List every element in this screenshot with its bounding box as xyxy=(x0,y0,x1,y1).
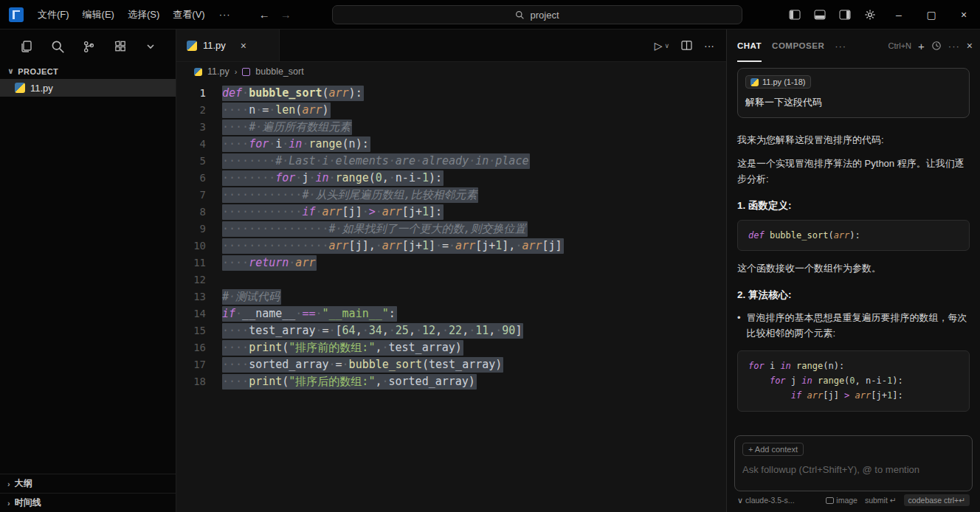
add-context-button[interactable]: + Add context xyxy=(742,443,804,456)
explorer-sidebar: ∨ PROJECT 11.py › 大纲 › 时间线 xyxy=(0,30,176,512)
tab-close-icon[interactable]: × xyxy=(241,40,246,52)
chat-input-placeholder: Ask followup (Ctrl+Shift+Y), @ to mentio… xyxy=(742,464,965,475)
code-line[interactable]: 16····print("排序前的数组:",·test_array) xyxy=(176,339,726,356)
new-chat-icon[interactable]: + xyxy=(918,40,925,52)
code-line[interactable]: 4····for·i·in·range(n): xyxy=(176,136,726,153)
toggle-secondary-sidebar-icon[interactable] xyxy=(832,4,858,25)
code-line[interactable]: 6········for·j·in·range(0,·n-i-1): xyxy=(176,170,726,187)
line-number: 1 xyxy=(176,85,222,102)
line-number: 2 xyxy=(176,102,222,119)
code-line[interactable]: 18····print("排序后的数组:",·sorted_array) xyxy=(176,373,726,390)
user-message[interactable]: 11.py (1-18) 解释一下这段代码 xyxy=(737,68,970,118)
close-button[interactable]: × xyxy=(948,0,980,30)
chevron-right-icon: › xyxy=(235,67,238,76)
code-line[interactable]: 7············#·从头到尾遍历数组,比较相邻元素 xyxy=(176,187,726,204)
forward-icon[interactable]: → xyxy=(280,8,291,21)
chat-tabs-overflow-icon[interactable]: ··· xyxy=(835,41,846,52)
menu-selection[interactable]: 选择(S) xyxy=(121,4,166,25)
breadcrumb-symbol[interactable]: bubble_sort xyxy=(255,66,303,77)
image-icon xyxy=(826,497,834,504)
timeline-section[interactable]: › 时间线 xyxy=(0,493,176,512)
enter-icon: ↵ xyxy=(890,496,897,505)
run-icon: ▷ xyxy=(655,40,663,52)
toggle-panel-icon[interactable] xyxy=(807,4,832,25)
chevron-right-icon: › xyxy=(7,480,10,488)
file-item-11py[interactable]: 11.py xyxy=(0,79,176,97)
code-line[interactable]: 17····sorted_array·=·bubble_sort(test_ar… xyxy=(176,356,726,373)
extensions-icon[interactable] xyxy=(114,40,128,54)
timeline-label: 时间线 xyxy=(15,497,41,509)
split-editor-icon[interactable] xyxy=(681,41,692,50)
menu-overflow[interactable]: ··· xyxy=(212,9,238,20)
menu-file[interactable]: 文件(F) xyxy=(31,4,76,25)
code-line[interactable]: 1def·bubble_sort(arr): xyxy=(176,85,726,102)
chat-input-box[interactable]: + Add context Ask followup (Ctrl+Shift+Y… xyxy=(734,435,973,491)
line-number: 9 xyxy=(176,221,222,238)
code-line[interactable]: 12 xyxy=(176,271,726,288)
maximize-button[interactable]: ▢ xyxy=(915,0,948,30)
code-line[interactable]: 5········#·Last·i·elements·are·already·i… xyxy=(176,153,726,170)
chat-panel: CHAT COMPOSER ··· Ctrl+N + ··· × xyxy=(726,30,980,512)
chat-heading: 2. 算法核心: xyxy=(737,288,970,302)
tab-11py[interactable]: 11.py × xyxy=(176,30,280,61)
context-badge[interactable]: 11.py (1-18) xyxy=(745,75,811,89)
chevron-down-icon[interactable] xyxy=(145,41,156,52)
code-line[interactable]: 2····n·=·len(arr) xyxy=(176,102,726,119)
line-number: 6 xyxy=(176,170,222,187)
python-file-icon xyxy=(187,41,197,51)
breadcrumb-file[interactable]: 11.py xyxy=(207,66,230,77)
explorer-icon[interactable] xyxy=(19,39,34,54)
source-control-icon[interactable] xyxy=(82,40,96,54)
project-section-header[interactable]: ∨ PROJECT xyxy=(0,63,176,79)
history-icon[interactable] xyxy=(931,41,942,51)
line-number: 18 xyxy=(176,373,222,390)
model-selector[interactable]: ∨ claude-3.5-s... xyxy=(737,496,795,505)
line-number: 4 xyxy=(176,136,222,153)
code-line[interactable]: 13#·测试代码 xyxy=(176,288,726,305)
code-line[interactable]: 15····test_array·=·[64,·34,·25,·12,·22,·… xyxy=(176,322,726,339)
code-editor[interactable]: 1def·bubble_sort(arr):2····n·=·len(arr)3… xyxy=(176,81,726,512)
code-line[interactable]: 9················#·如果找到了一个更大的数,则交换位置 xyxy=(176,221,726,238)
editor-more-actions-icon[interactable]: ··· xyxy=(704,40,714,52)
minimize-button[interactable]: – xyxy=(883,0,915,30)
code-line[interactable]: 14if·__name__·==·"__main__": xyxy=(176,305,726,322)
run-button[interactable]: ▷ ∨ xyxy=(655,40,669,52)
tab-composer[interactable]: COMPOSER xyxy=(772,30,824,62)
search-icon xyxy=(515,10,525,20)
outline-section[interactable]: › 大纲 xyxy=(0,474,176,493)
code-line[interactable]: 3····#·遍历所有数组元素 xyxy=(176,119,726,136)
toggle-sidebar-icon[interactable] xyxy=(782,4,807,25)
chevron-down-icon: ∨ xyxy=(7,66,14,76)
submit-button[interactable]: submit ↵ xyxy=(865,496,897,505)
symbol-method-icon xyxy=(242,68,250,76)
breadcrumb[interactable]: 11.py › bubble_sort xyxy=(176,62,726,81)
search-value: project xyxy=(530,10,559,21)
menu-edit[interactable]: 编辑(E) xyxy=(76,4,121,25)
back-icon[interactable]: ← xyxy=(259,8,270,21)
line-number: 5 xyxy=(176,153,222,170)
code-line[interactable]: 10················arr[j],·arr[j+1]·=·arr… xyxy=(176,238,726,255)
code-lines: 1def·bubble_sort(arr):2····n·=·len(arr)3… xyxy=(176,85,726,390)
codebase-button[interactable]: codebase ctrl+↵ xyxy=(904,494,970,506)
user-message-text: 解释一下这段代码 xyxy=(745,96,962,109)
chat-bullet-item: •冒泡排序的基本思想是重复遍历要排序的数组，每次比较相邻的两个元素: xyxy=(737,311,970,342)
app-window: 文件(F) 编辑(E) 选择(S) 查看(V) ··· ← → project xyxy=(0,0,980,512)
search-icon[interactable] xyxy=(51,40,65,54)
close-chat-icon[interactable]: × xyxy=(967,40,973,52)
line-number: 7 xyxy=(176,187,222,204)
command-search-box[interactable]: project xyxy=(332,5,742,24)
gear-icon[interactable] xyxy=(858,4,883,25)
chat-input-area: + Add context Ask followup (Ctrl+Shift+Y… xyxy=(727,429,980,512)
title-bar: 文件(F) 编辑(E) 选择(S) 查看(V) ··· ← → project xyxy=(0,0,980,30)
chat-more-actions-icon[interactable]: ··· xyxy=(948,41,960,52)
project-section-title: PROJECT xyxy=(18,67,58,76)
outline-label: 大纲 xyxy=(15,477,32,490)
menu-view[interactable]: 查看(V) xyxy=(166,4,211,25)
line-number: 16 xyxy=(176,339,222,356)
line-number: 10 xyxy=(176,238,222,255)
code-line[interactable]: 11····return·arr xyxy=(176,255,726,271)
attach-image-button[interactable]: image xyxy=(826,496,858,505)
tab-chat[interactable]: CHAT xyxy=(737,30,762,62)
chat-paragraph: 我来为您解释这段冒泡排序的代码: xyxy=(737,133,970,148)
code-line[interactable]: 8············if·arr[j]·>·arr[j+1]: xyxy=(176,204,726,221)
